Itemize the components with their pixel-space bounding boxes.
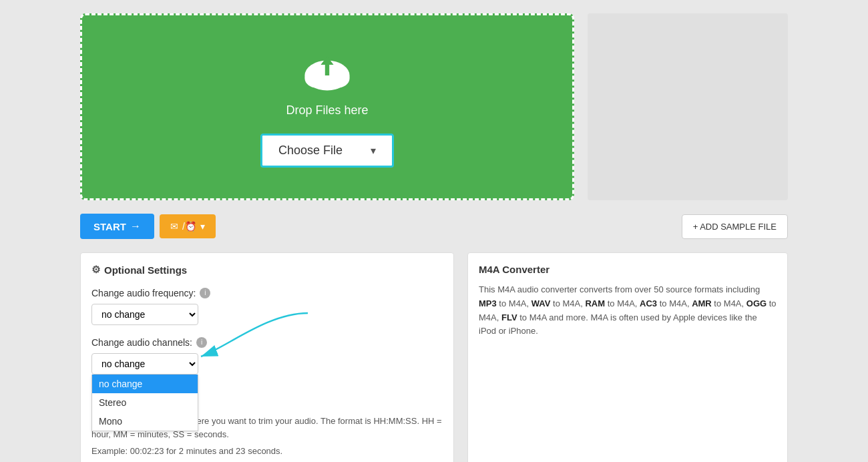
- channels-option-stereo-item[interactable]: Stereo: [92, 393, 198, 412]
- action-row: START → ✉ /⏰ ▾ + ADD SAMPLE FILE: [80, 214, 788, 239]
- frequency-label: Change audio frequency: i: [91, 288, 443, 298]
- svg-point-2: [326, 68, 349, 87]
- timestamp-example: Example: 00:02:23 for 2 minutes and 23 s…: [91, 446, 443, 456]
- converter-info-text: This M4A audio converter converts from o…: [479, 283, 777, 338]
- channels-option-mono-item[interactable]: Mono: [92, 412, 198, 431]
- start-label: START: [93, 221, 126, 232]
- add-sample-button[interactable]: + ADD SAMPLE FILE: [682, 214, 788, 239]
- choose-file-button[interactable]: Choose File ▾: [260, 134, 394, 168]
- channels-label-text: Change audio channels:: [91, 337, 192, 348]
- settings-title-text: Optional Settings: [104, 264, 187, 276]
- emoji-options-button[interactable]: ✉ /⏰ ▾: [160, 214, 216, 238]
- preview-area: [588, 13, 788, 200]
- format-ram: RAM: [585, 298, 605, 308]
- frequency-info-icon[interactable]: i: [200, 288, 210, 298]
- frequency-label-text: Change audio frequency:: [91, 288, 196, 298]
- channels-option-no-change-item[interactable]: no change: [92, 375, 198, 393]
- settings-panel: ⚙ Optional Settings Change audio frequen…: [80, 252, 454, 462]
- clock-icon: /⏰: [182, 221, 196, 232]
- channels-info-icon[interactable]: i: [196, 337, 207, 348]
- upload-dropzone[interactable]: Drop Files here Choose File ▾: [80, 13, 574, 200]
- format-amr: AMR: [692, 298, 712, 308]
- channels-dropdown-wrapper: no change Stereo Mono no change Stereo M…: [91, 353, 198, 375]
- converter-info-title: M4A Converter: [479, 264, 777, 275]
- format-flv: FLV: [501, 312, 517, 322]
- settings-title: ⚙ Optional Settings: [91, 264, 443, 276]
- format-mp3: MP3: [479, 298, 497, 308]
- dropdown-chevron-icon: ▾: [200, 221, 205, 232]
- converter-info-panel: M4A Converter This M4A audio converter c…: [467, 252, 788, 462]
- format-ogg: OGG: [746, 298, 767, 308]
- channels-select[interactable]: no change Stereo Mono: [91, 353, 198, 375]
- start-button[interactable]: START →: [80, 214, 154, 239]
- format-ac3: AC3: [640, 298, 657, 308]
- frequency-field-group: Change audio frequency: i no change: [91, 288, 443, 325]
- gear-icon: ⚙: [91, 264, 100, 276]
- channels-dropdown-options: no change Stereo Mono: [91, 375, 198, 431]
- add-sample-label: + ADD SAMPLE FILE: [693, 222, 777, 232]
- choose-file-label: Choose File: [278, 144, 343, 158]
- upload-cloud-icon: [300, 47, 354, 95]
- channels-label: Change audio channels: i: [91, 337, 443, 348]
- start-arrow-icon: →: [130, 220, 141, 232]
- svg-point-1: [304, 68, 328, 87]
- email-icon: ✉: [170, 221, 178, 232]
- frequency-select[interactable]: no change: [91, 304, 198, 325]
- chevron-down-icon: ▾: [371, 144, 376, 157]
- channels-field-group: Change audio channels: i no change Stere…: [91, 337, 443, 375]
- drop-files-text: Drop Files here: [286, 103, 368, 118]
- timestamp-example-text: Example: 00:02:23 for 2 minutes and 23 s…: [91, 446, 282, 456]
- format-wav: WAV: [531, 298, 551, 308]
- action-left: START → ✉ /⏰ ▾: [80, 214, 216, 239]
